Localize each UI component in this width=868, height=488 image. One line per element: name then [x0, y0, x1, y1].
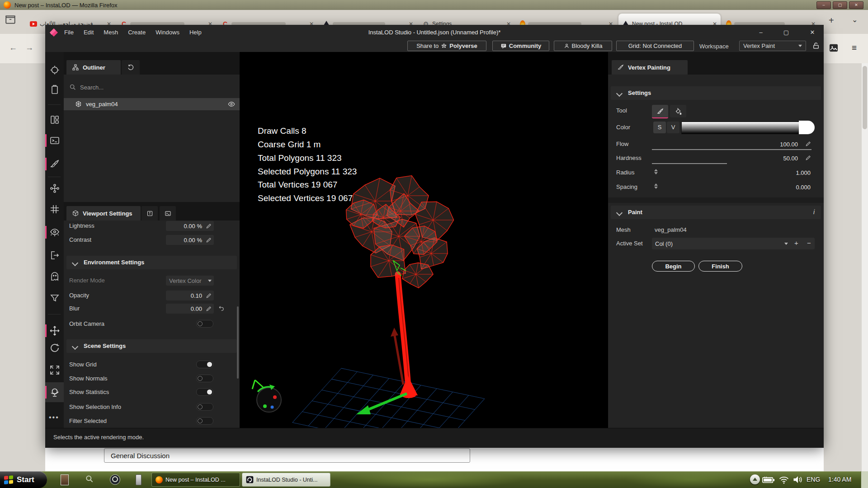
show-selection-info-toggle[interactable]	[196, 403, 213, 411]
console-tab[interactable]	[160, 206, 176, 221]
page-scrollbar[interactable]	[862, 63, 868, 471]
discussion-dropdown[interactable]: General Discussion	[104, 448, 470, 463]
nodes-icon[interactable]	[49, 183, 60, 194]
phone-icon[interactable]	[136, 474, 142, 485]
clipboard-icon[interactable]	[49, 84, 60, 95]
firefox-minimize-button[interactable]: –	[816, 1, 831, 9]
unlock-icon[interactable]	[812, 42, 820, 50]
community-button[interactable]: Community	[492, 41, 549, 51]
menu-create[interactable]: Create	[128, 29, 146, 36]
vp-settings-header[interactable]: Settings	[611, 86, 821, 100]
taskbar-instalod-button[interactable]: InstaLOD Studio - Unti...	[242, 473, 330, 487]
bucket-tool-button[interactable]	[670, 105, 686, 117]
list-tabs-button[interactable]: ⌄	[852, 15, 858, 24]
language-indicator[interactable]: ENG	[807, 476, 820, 483]
visibility-eye-icon[interactable]	[227, 100, 236, 108]
paint-header[interactable]: Paint i	[611, 206, 821, 219]
brush-tool-button[interactable]	[652, 105, 668, 118]
firefox-close-button[interactable]: ✕	[849, 1, 863, 9]
radius-stepper[interactable]	[654, 168, 658, 175]
search-input[interactable]: Search...	[80, 84, 104, 91]
spacing-stepper[interactable]	[654, 183, 658, 190]
render-mode-dropdown[interactable]: Vertex Color	[166, 276, 214, 286]
more-tools-icon[interactable]: •••	[49, 413, 59, 422]
pencil-icon[interactable]	[206, 237, 212, 243]
obs-icon[interactable]	[110, 474, 120, 485]
show-statistics-toggle[interactable]	[196, 388, 213, 396]
menu-windows[interactable]: Windows	[156, 29, 179, 36]
menu-edit[interactable]: Edit	[84, 29, 94, 36]
paintbrush-icon[interactable]	[49, 159, 60, 169]
expand-icon[interactable]	[49, 365, 60, 375]
taskbar-firefox-button[interactable]: New post – InstaLOD ...	[151, 473, 240, 487]
tray-expand-button[interactable]	[750, 474, 760, 484]
outliner-item-row[interactable]: veg_palm04	[64, 98, 240, 110]
add-set-icon[interactable]: +	[794, 239, 798, 247]
export-icon[interactable]	[49, 250, 60, 261]
wifi-icon[interactable]	[778, 475, 789, 484]
target-icon[interactable]	[49, 65, 60, 75]
forward-button[interactable]: →	[25, 43, 33, 52]
pencil-icon[interactable]	[206, 223, 212, 229]
new-tab-button[interactable]: +	[829, 15, 834, 26]
grid-icon[interactable]	[49, 204, 60, 215]
speaker-icon[interactable]	[792, 475, 803, 484]
finish-button[interactable]: Finish	[698, 261, 742, 272]
clock[interactable]: 1:40 AM	[828, 476, 851, 483]
pencil-icon[interactable]	[805, 155, 811, 161]
show-desktop-button[interactable]	[861, 471, 868, 488]
info-icon[interactable]: i	[813, 208, 815, 216]
pencil-icon[interactable]	[206, 292, 212, 299]
archive-icon[interactable]	[5, 14, 16, 25]
workspace-dropdown[interactable]: Vertex Paint	[739, 41, 806, 51]
window-minimize-button[interactable]: –	[756, 28, 765, 37]
menu-file[interactable]: File	[64, 29, 74, 36]
navigation-gizmo[interactable]	[252, 380, 281, 412]
menu-help[interactable]: Help	[189, 29, 202, 36]
grid-status-button[interactable]: Grid: Not Connected	[616, 41, 694, 51]
pencil-icon[interactable]	[805, 141, 811, 147]
photo-quicklaunch-icon[interactable]	[61, 474, 69, 485]
hardness-slider[interactable]	[652, 163, 727, 164]
viewport-settings-tab[interactable]: Viewport Settings	[66, 206, 141, 221]
environment-settings-header[interactable]: Environment Settings	[66, 256, 237, 269]
hamburger-menu-icon[interactable]: ≡	[852, 43, 857, 53]
sync-icon[interactable]	[49, 343, 60, 353]
value-gradient-slider[interactable]	[681, 122, 800, 134]
window-maximize-button[interactable]: ▢	[782, 28, 791, 37]
orbit-camera-icon[interactable]	[49, 387, 60, 398]
menu-mesh[interactable]: Mesh	[104, 29, 118, 36]
outliner-tab[interactable]: Outliner	[66, 60, 121, 75]
show-normals-toggle[interactable]	[196, 375, 213, 382]
remove-set-icon[interactable]: −	[807, 239, 811, 247]
layout-icon[interactable]	[49, 114, 60, 125]
chevron-down-icon[interactable]	[784, 243, 788, 245]
share-polyverse-button[interactable]: Share to Polyverse	[407, 41, 486, 51]
back-button[interactable]: ←	[9, 43, 17, 52]
show-grid-toggle[interactable]	[196, 361, 213, 368]
undo-icon[interactable]	[218, 305, 225, 311]
window-close-button[interactable]: ✕	[808, 28, 817, 37]
screenshot-image-icon[interactable]	[828, 43, 839, 53]
info-tab[interactable]	[142, 206, 158, 221]
pencil-icon[interactable]	[206, 305, 212, 312]
flow-slider[interactable]	[652, 149, 811, 150]
scene-settings-header[interactable]: Scene Settings	[66, 339, 237, 353]
value-button[interactable]: V	[667, 122, 679, 133]
saturation-button[interactable]: S	[653, 122, 666, 133]
ghost-icon[interactable]	[49, 271, 60, 282]
vertex-painting-tab[interactable]: Vertex Painting	[612, 60, 688, 75]
battery-icon[interactable]	[762, 476, 775, 483]
color-swatch[interactable]	[799, 121, 815, 134]
filter-icon[interactable]	[49, 293, 60, 304]
begin-button[interactable]: Begin	[652, 261, 695, 272]
filter-selected-toggle[interactable]	[196, 417, 213, 425]
console-icon[interactable]	[49, 135, 60, 146]
start-button[interactable]: Start	[0, 471, 47, 488]
search-quicklaunch-icon[interactable]	[85, 474, 94, 483]
orbit-camera-toggle[interactable]	[196, 320, 213, 328]
firefox-maximize-button[interactable]: ▢	[833, 1, 847, 9]
reset-outliner-tab[interactable]	[122, 60, 140, 75]
scrollbar-thumb[interactable]	[863, 66, 867, 129]
move-icon[interactable]	[49, 325, 60, 336]
